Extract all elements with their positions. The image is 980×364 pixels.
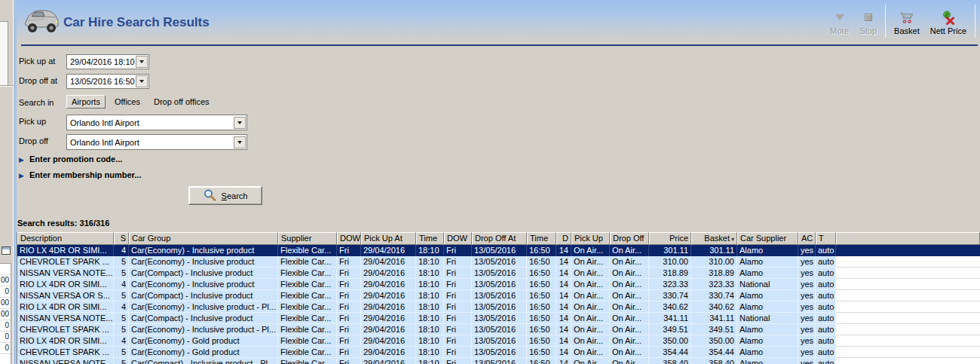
dropoff-at-field[interactable]: 13/05/2016 16:50: [66, 74, 149, 89]
table-cell: RIO LX 4DR OR SIMI...: [17, 335, 114, 347]
table-cell: 310.00: [649, 256, 691, 268]
table-cell: On Air...: [571, 256, 610, 268]
table-cell: Fri: [337, 245, 361, 256]
table-cell: 14: [556, 256, 571, 268]
table-cell: 4: [114, 279, 129, 290]
table-row[interactable]: NISSAN VERSA NOTE...5Car(Compact) - Incl…: [17, 268, 980, 279]
pickup-combo[interactable]: Orlando Intl Airport: [66, 115, 247, 130]
header-cell[interactable]: Price: [649, 232, 691, 245]
pickup-at-dropdown-icon[interactable]: [136, 56, 148, 68]
table-cell: On Air...: [610, 347, 649, 358]
pickup-dropdown-icon[interactable]: [234, 117, 246, 129]
sort-indicator-icon: ▾: [731, 236, 734, 243]
header-cell[interactable]: S: [114, 232, 129, 245]
header-cell[interactable]: Basket▾: [691, 232, 737, 245]
table-row[interactable]: RIO LX 4DR OR SIMI...4Car(Economy) - Gol…: [17, 335, 980, 347]
table-cell: Alamo: [737, 324, 798, 335]
table-cell: 14: [556, 324, 571, 335]
table-cell: Fri: [337, 335, 361, 347]
tab-airports[interactable]: Airports: [66, 95, 106, 109]
header-cell[interactable]: Time: [527, 232, 556, 245]
promotion-code-expander[interactable]: ▶Enter promotion code...: [19, 154, 122, 164]
table-row[interactable]: RIO LX 4DR OR SIMI...4Car(Economy) - Inc…: [17, 279, 980, 290]
pickup-at-field[interactable]: 29/04/2016 18:10: [66, 54, 149, 69]
header-cell[interactable]: Description: [17, 232, 114, 245]
table-cell: Fri: [444, 290, 472, 301]
table-cell: 13/05/2016: [472, 347, 527, 358]
table-cell: 13/05/2016: [472, 290, 527, 301]
table-cell: 4: [114, 335, 129, 347]
pickup-value: Orlando Intl Airport: [67, 118, 234, 127]
membership-number-expander[interactable]: ▶Enter membership number...: [19, 170, 141, 179]
table-cell: Fri: [444, 256, 472, 268]
expander-arrow-icon: ▶: [19, 156, 24, 164]
table-cell: 5: [114, 347, 129, 358]
header-cell[interactable]: Supplier: [278, 232, 337, 245]
table-row[interactable]: CHEVROLET SPARK ...5Car(Economy) - Gold …: [17, 347, 980, 358]
dropoff-dropdown-icon[interactable]: [234, 136, 246, 148]
table-cell: Fri: [337, 301, 361, 313]
header-cell[interactable]: Pick Up: [571, 232, 610, 245]
table-row[interactable]: CHEVROLET SPARK ...5Car(Economy) - Inclu…: [17, 324, 980, 335]
search-button[interactable]: Search: [188, 186, 262, 205]
table-cell: 323.33: [649, 279, 691, 290]
dropoff-at-label: Drop off at: [19, 73, 57, 88]
table-row[interactable]: NISSAN VERSA NOTE...5Car(Compact) - Incl…: [17, 358, 980, 364]
table-cell: 29/04/2016: [361, 245, 416, 256]
header-cell[interactable]: AC: [798, 232, 816, 245]
dropoff-combo[interactable]: Orlando Intl Airport: [66, 134, 247, 150]
table-cell: 29/04/2016: [361, 279, 416, 290]
tab-drop-off-offices[interactable]: Drop off offices: [149, 96, 214, 108]
basket-button[interactable]: Basket: [889, 3, 925, 39]
header-cell[interactable]: Drop Off At: [472, 232, 527, 245]
header-cell[interactable]: DOW: [444, 232, 472, 245]
table-row[interactable]: NISSAN VERSA OR S...5Car(Compact) - Incl…: [17, 290, 980, 301]
table-cell: 18:10: [416, 301, 444, 313]
table-cell: On Air...: [610, 279, 649, 290]
table-row[interactable]: RIO LX 4DR OR SIMI...4Car(Economy) - Inc…: [17, 301, 980, 313]
table-row[interactable]: CHEVROLET SPARK ...5Car(Economy) - Inclu…: [17, 256, 980, 268]
table-cell: auto: [816, 347, 836, 358]
table-cell: On Air...: [610, 335, 649, 347]
table-cell: 29/04/2016: [361, 313, 416, 324]
nett-price-button[interactable]: Nett Price: [925, 3, 972, 39]
header-cell[interactable]: Pick Up At: [361, 232, 416, 245]
table-cell: Alamo: [737, 268, 798, 279]
dropoff-at-dropdown-icon[interactable]: [136, 75, 148, 87]
background-cell-fragment: [0, 354, 11, 364]
table-cell: 5: [114, 358, 129, 364]
table-cell: Flexible Car...: [278, 256, 337, 268]
table-cell: Flexible Car...: [278, 347, 337, 358]
table-row[interactable]: RIO LX 4DR OR SIMI...4Car(Economy) - Inc…: [17, 245, 980, 256]
results-table: DescriptionSCar GroupSupplierDOWPick Up …: [17, 232, 980, 364]
table-cell: 29/04/2016: [361, 335, 416, 347]
table-cell: 354.44: [691, 347, 737, 358]
table-cell: 16:50: [527, 335, 556, 347]
tab-offices[interactable]: Offices: [110, 96, 145, 108]
table-cell: 18:10: [416, 313, 444, 324]
table-cell: 18:10: [416, 335, 444, 347]
table-cell: 13/05/2016: [472, 279, 527, 290]
table-cell: auto: [816, 335, 836, 347]
pickup-at-value: 29/04/2016 18:10: [67, 57, 136, 66]
header-cell[interactable]: Drop Off: [610, 232, 649, 245]
more-icon: [835, 8, 844, 26]
row-filler: [836, 256, 980, 268]
table-cell: 13/05/2016: [472, 358, 527, 364]
header-cell[interactable]: Car Group: [129, 232, 278, 245]
table-cell: 5: [114, 313, 129, 324]
table-cell: 301.11: [691, 245, 737, 256]
table-cell: 13/05/2016: [472, 256, 527, 268]
table-row[interactable]: NISSAN VERSA NOTE...5Car(Compact) - Incl…: [17, 313, 980, 324]
table-cell: 14: [556, 301, 571, 313]
header-cell[interactable]: T: [816, 232, 836, 245]
header-cell[interactable]: D: [556, 232, 571, 245]
table-cell: Alamo: [737, 290, 798, 301]
table-cell: Car(Compact) - Inclusive product - Pl...: [129, 358, 278, 364]
header-cell[interactable]: Car Supplier: [737, 232, 798, 245]
header-cell[interactable]: Time: [416, 232, 444, 245]
table-cell: On Air...: [610, 358, 649, 364]
background-cell-fragment: 00: [0, 275, 11, 286]
table-cell: 354.44: [649, 347, 691, 358]
header-cell[interactable]: DOW: [337, 232, 361, 245]
